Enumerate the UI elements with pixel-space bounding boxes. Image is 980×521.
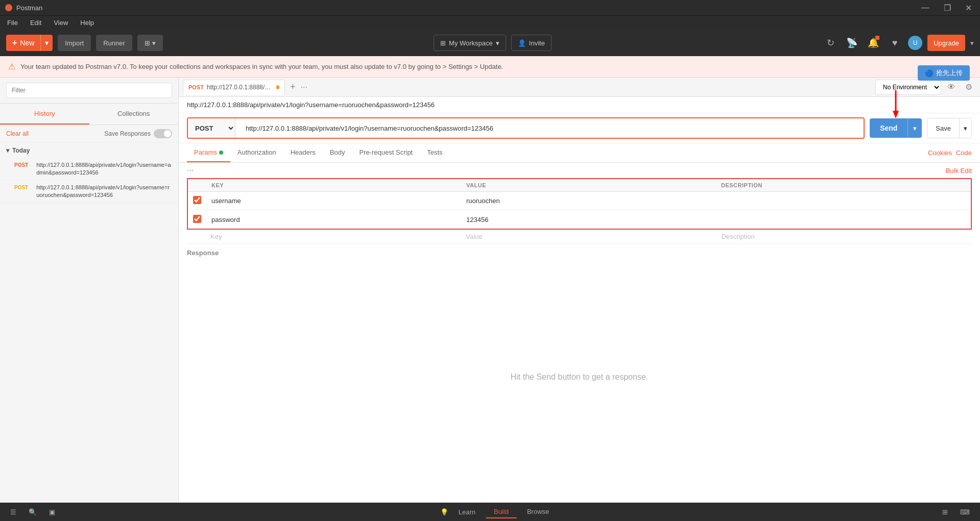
save-dropdown-button[interactable]: ▾ [959, 118, 971, 138]
hit-send-text: Hit the Send button to get a response. [511, 373, 649, 382]
row-2-value: 123456 [466, 216, 488, 224]
send-dropdown-button[interactable]: ▾ [907, 118, 922, 138]
console-button[interactable]: ▣ [45, 506, 59, 518]
method-select[interactable]: POST GET PUT DELETE [188, 118, 235, 138]
heart-button[interactable]: ♥ [887, 35, 903, 51]
sidebar-toggle-button[interactable]: ☰ [6, 506, 20, 518]
keyboard-shortcut-button[interactable]: ⌨ [956, 506, 974, 518]
new-button-arrow[interactable]: ▾ [41, 35, 53, 51]
workspace-icon: ⊞ [440, 39, 446, 47]
sync-button[interactable]: ↻ [822, 35, 839, 51]
new-label: New [20, 39, 34, 47]
clear-all-button[interactable]: Clear all [6, 130, 29, 137]
workspace-arrow: ▾ [496, 39, 499, 47]
active-request-tab[interactable]: POST http://127.0.0.1:8888/api/privat [183, 80, 285, 95]
params-table: KEY VALUE DESCRIPTION username ruoruoche… [187, 178, 972, 230]
row-2-value-cell: 123456 [461, 213, 716, 227]
workspace-button[interactable]: ⊞ My Workspace ▾ [434, 35, 506, 51]
eye-icon-button[interactable]: 👁 [944, 80, 959, 94]
tab-pre-request[interactable]: Pre-request Script [352, 143, 420, 162]
toolbar-right: ↻ 📡 🔔 ♥ U Upgrade ▾ [822, 35, 974, 51]
more-tabs-button[interactable]: ··· [301, 83, 307, 92]
warning-icon: ⚠ [8, 62, 15, 71]
save-responses-switch[interactable] [154, 129, 172, 138]
titlebar-left: Postman [5, 4, 42, 12]
empty-key-cell[interactable]: Key [205, 230, 461, 243]
menu-edit[interactable]: Edit [28, 18, 43, 28]
save-button[interactable]: Save [927, 118, 959, 138]
console-icon: ▣ [49, 508, 55, 516]
toolbar-left: + New ▾ Import Runner ⊞ ▾ [6, 35, 163, 51]
new-button[interactable]: + New ▾ [6, 35, 53, 51]
tab-params[interactable]: Params [187, 143, 230, 162]
row-1-value: ruoruochen [466, 197, 500, 205]
workspace-label: My Workspace [449, 39, 493, 47]
tab-body[interactable]: Body [323, 143, 352, 162]
response-area: Response Hit the Send button to get a re… [179, 244, 980, 503]
tab-history[interactable]: History [0, 104, 89, 125]
radio-button[interactable]: 📡 [844, 35, 860, 51]
postman-logo [5, 4, 12, 11]
environment-select[interactable]: No Environment [875, 80, 941, 95]
send-button-area: Send ▾ [870, 118, 922, 138]
titlebar-controls: — ❐ ✕ [918, 2, 975, 14]
red-arrow-annotation [891, 90, 901, 120]
menu-file[interactable]: File [5, 18, 20, 28]
more-options-button[interactable]: ··· [187, 166, 194, 175]
url-display-bar: http://127.0.0.1:8888/api/private/v1/log… [179, 97, 980, 113]
empty-desc-cell[interactable]: Description [716, 230, 972, 243]
save-responses-toggle: Save Responses [104, 129, 172, 138]
layout-button[interactable]: ⊞ ▾ [137, 35, 163, 51]
tab-headers[interactable]: Headers [283, 143, 323, 162]
statusbar: ☰ 🔍 ▣ 💡 Learn Build Browse ⊞ ⌨ [0, 503, 980, 521]
code-link[interactable]: Code [956, 149, 972, 157]
empty-value-cell[interactable]: Value [461, 230, 716, 243]
bulk-edit-button[interactable]: Bulk Edit [946, 167, 972, 175]
url-input[interactable] [240, 118, 864, 138]
new-button-main[interactable]: + New [6, 35, 41, 51]
sidebar-icon: ☰ [10, 508, 16, 516]
filter-input[interactable] [6, 83, 172, 98]
settings-icon-button[interactable]: ⚙ [962, 80, 976, 94]
table-row: username ruoruochen [188, 192, 971, 210]
row-1-checkbox[interactable] [193, 196, 201, 204]
learn-tab[interactable]: Learn [450, 506, 484, 518]
layout-two-panel-button[interactable]: ⊞ [938, 506, 952, 518]
maximize-button[interactable]: ❐ [941, 2, 954, 14]
layout-arrow: ▾ [152, 39, 156, 47]
bell-button[interactable]: 🔔 [865, 35, 881, 51]
minimize-button[interactable]: — [918, 2, 933, 14]
upgrade-arrow[interactable]: ▾ [970, 39, 974, 47]
sidebar-filter-area [0, 78, 178, 104]
upgrade-button[interactable]: Upgrade [927, 35, 965, 51]
cookies-link[interactable]: Cookies [928, 149, 952, 157]
list-item[interactable]: POST http://127.0.0.1:8888/api/private/v… [0, 158, 178, 181]
save-btn-group: Save ▾ [927, 118, 972, 138]
response-label: Response [179, 244, 980, 262]
import-button[interactable]: Import [58, 35, 91, 51]
layout-icon: ⊞ [145, 39, 150, 47]
send-button[interactable]: Send [870, 118, 907, 138]
content-area: POST http://127.0.0.1:8888/api/privat + … [179, 78, 980, 503]
list-item[interactable]: POST http://127.0.0.1:8888/api/private/v… [0, 181, 178, 203]
invite-button[interactable]: 👤 Invite [511, 35, 552, 51]
tab-tests[interactable]: Tests [420, 143, 449, 162]
tab-authorization[interactable]: Authorization [230, 143, 283, 162]
upload-overlay-button[interactable]: 🔵 抢先上传 [918, 65, 970, 81]
add-tab-button[interactable]: + [287, 82, 299, 92]
search-button[interactable]: 🔍 [25, 506, 41, 518]
build-tab[interactable]: Build [486, 506, 517, 518]
invite-icon: 👤 [518, 39, 526, 47]
params-active-dot [219, 151, 223, 155]
menu-view[interactable]: View [52, 18, 70, 28]
row-2-checkbox[interactable] [193, 215, 201, 223]
update-banner: ⚠ Your team updated to Postman v7.0. To … [0, 56, 980, 78]
menu-help[interactable]: Help [78, 18, 96, 28]
user-avatar[interactable]: U [908, 36, 922, 50]
runner-button[interactable]: Runner [96, 35, 132, 51]
close-button[interactable]: ✕ [962, 2, 975, 14]
request-builder: POST GET PUT DELETE Send ▾ [179, 113, 980, 143]
tab-collections[interactable]: Collections [89, 104, 179, 125]
toolbar: + New ▾ Import Runner ⊞ ▾ ⊞ My Workspace… [0, 30, 980, 56]
browse-tab[interactable]: Browse [519, 506, 557, 518]
